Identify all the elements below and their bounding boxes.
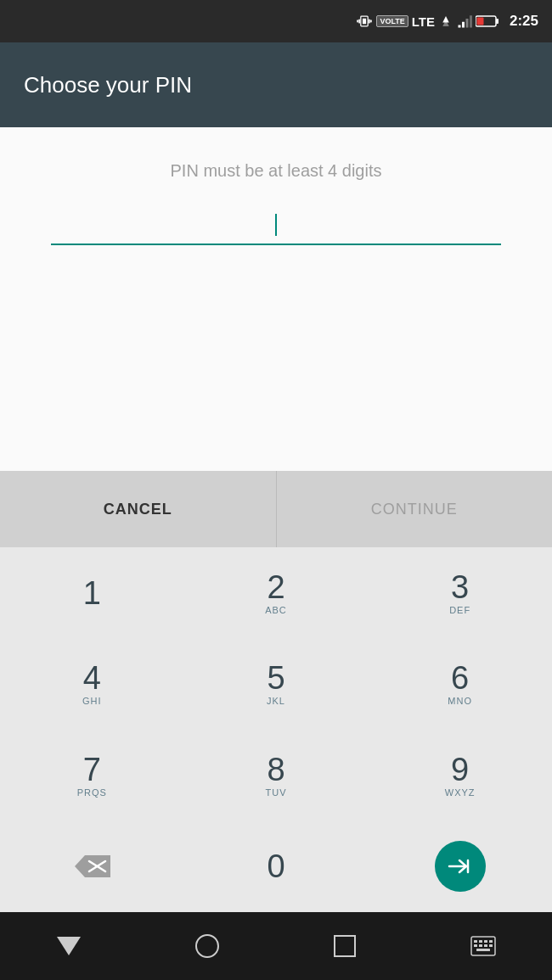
svg-rect-10 bbox=[465, 19, 468, 28]
svg-rect-27 bbox=[489, 944, 493, 947]
key-digit-6: 6 bbox=[451, 662, 469, 694]
main-content: PIN must be at least 4 digits bbox=[0, 127, 552, 471]
battery-icon bbox=[476, 14, 499, 28]
key-letters-2: ABC bbox=[265, 605, 287, 615]
key-digit-3: 3 bbox=[451, 571, 469, 603]
key-digit-4: 4 bbox=[83, 662, 101, 694]
bottom-nav bbox=[0, 912, 552, 980]
svg-rect-5 bbox=[370, 20, 372, 22]
back-icon bbox=[57, 937, 81, 955]
nav-home-button[interactable] bbox=[182, 921, 233, 972]
svg-rect-20 bbox=[474, 940, 477, 943]
svg-rect-21 bbox=[479, 940, 482, 943]
nav-keyboard-button[interactable] bbox=[458, 921, 509, 972]
lte-badge: LTE bbox=[412, 14, 435, 29]
svg-rect-4 bbox=[358, 20, 359, 22]
key-digit-0: 0 bbox=[267, 850, 284, 882]
next-arrow-icon bbox=[448, 857, 473, 876]
svg-rect-23 bbox=[489, 940, 493, 943]
action-buttons: CANCEL CONTINUE bbox=[0, 471, 552, 547]
recents-icon bbox=[334, 935, 356, 957]
svg-rect-14 bbox=[476, 18, 483, 25]
key-digit-2: 2 bbox=[267, 571, 284, 603]
vibrate-icon bbox=[356, 13, 373, 30]
cursor-blink bbox=[275, 214, 277, 236]
numpad-key-0[interactable]: 0 bbox=[184, 821, 369, 913]
home-icon bbox=[195, 934, 219, 958]
nav-recents-button[interactable] bbox=[319, 921, 370, 972]
numpad-backspace-button[interactable] bbox=[0, 821, 184, 913]
numpad-key-8[interactable]: 8 TUV bbox=[184, 730, 369, 821]
cancel-button[interactable]: CANCEL bbox=[0, 471, 277, 547]
key-letters-6: MNO bbox=[448, 696, 472, 706]
volte-badge: VOLTE bbox=[376, 15, 408, 27]
numpad-key-4[interactable]: 4 GHI bbox=[0, 639, 184, 731]
key-digit-7: 7 bbox=[83, 753, 101, 786]
svg-rect-1 bbox=[363, 19, 366, 25]
numpad-key-9[interactable]: 9 WXYZ bbox=[368, 730, 552, 821]
svg-rect-26 bbox=[484, 944, 487, 947]
svg-rect-28 bbox=[476, 949, 490, 951]
next-button-circle[interactable] bbox=[435, 841, 486, 892]
signal-arrows-icon bbox=[438, 14, 453, 29]
svg-rect-3 bbox=[369, 20, 370, 24]
numpad-key-6[interactable]: 6 MNO bbox=[368, 639, 552, 731]
pin-subtitle: PIN must be at least 4 digits bbox=[170, 161, 381, 181]
svg-rect-13 bbox=[496, 19, 498, 24]
numpad-key-1[interactable]: 1 bbox=[0, 547, 184, 639]
key-letters-8: TUV bbox=[265, 787, 286, 798]
page-title: Choose your PIN bbox=[24, 72, 192, 98]
status-bar: VOLTE LTE 2:25 bbox=[0, 0, 552, 42]
header: Choose your PIN bbox=[0, 42, 552, 127]
key-letters-5: JKL bbox=[267, 696, 285, 706]
svg-rect-8 bbox=[458, 25, 460, 28]
signal-bars-icon bbox=[457, 14, 472, 29]
key-letters-4: GHI bbox=[82, 696, 102, 706]
status-time: 2:25 bbox=[510, 13, 538, 30]
numpad: 1 2 ABC 3 DEF 4 GHI 5 JKL 6 MNO 7 PRQS 8… bbox=[0, 547, 552, 912]
key-digit-8: 8 bbox=[267, 753, 284, 786]
svg-rect-2 bbox=[359, 20, 361, 24]
key-letters-9: WXYZ bbox=[445, 787, 476, 798]
numpad-next-button[interactable] bbox=[368, 821, 552, 913]
nav-back-button[interactable] bbox=[43, 921, 94, 972]
numpad-key-3[interactable]: 3 DEF bbox=[368, 547, 552, 639]
numpad-key-2[interactable]: 2 ABC bbox=[184, 547, 369, 639]
svg-rect-22 bbox=[484, 940, 487, 943]
key-letters-3: DEF bbox=[449, 605, 470, 615]
numpad-key-7[interactable]: 7 PRQS bbox=[0, 730, 184, 821]
key-letters-7: PRQS bbox=[77, 787, 107, 798]
key-digit-5: 5 bbox=[267, 662, 284, 694]
svg-rect-11 bbox=[470, 15, 472, 27]
continue-button[interactable]: CONTINUE bbox=[277, 471, 553, 547]
backspace-icon bbox=[73, 854, 110, 879]
svg-rect-9 bbox=[462, 22, 465, 28]
keyboard-icon bbox=[470, 936, 496, 956]
pin-input-display[interactable] bbox=[51, 206, 501, 245]
svg-rect-24 bbox=[474, 944, 477, 947]
status-icons: VOLTE LTE 2:25 bbox=[356, 13, 538, 30]
svg-rect-25 bbox=[479, 944, 482, 947]
key-digit-1: 1 bbox=[83, 577, 101, 609]
numpad-key-5[interactable]: 5 JKL bbox=[184, 639, 369, 731]
key-digit-9: 9 bbox=[451, 753, 469, 786]
